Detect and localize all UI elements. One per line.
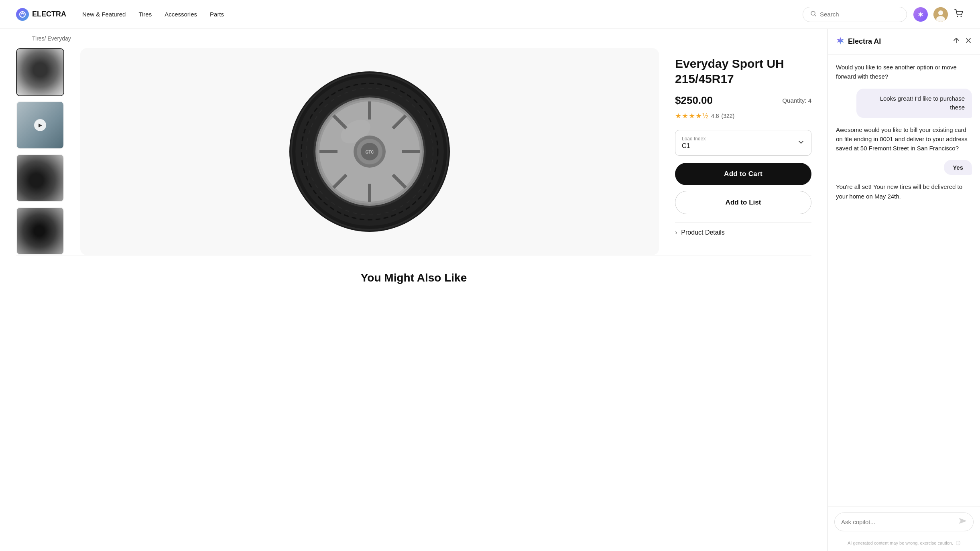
ai-header-icons <box>953 37 972 46</box>
ai-message-2: Awesome would you like to bill your exis… <box>836 125 972 153</box>
main-product-image: GTC <box>80 48 659 255</box>
rating-count: (322) <box>721 113 734 119</box>
add-to-list-button[interactable]: Add to List <box>675 191 811 214</box>
user-message-2: Yes <box>944 160 972 175</box>
user-avatar[interactable] <box>933 7 948 22</box>
svg-point-3 <box>938 10 943 15</box>
search-icon <box>810 10 817 18</box>
add-to-cart-button[interactable]: Add to Cart <box>675 163 811 185</box>
ai-close-icon[interactable] <box>965 37 972 46</box>
select-content: Load Index C1 <box>682 136 706 150</box>
thumbnail-4[interactable] <box>16 207 64 255</box>
ai-panel-header: Electra AI <box>828 29 980 55</box>
product-quantity: Quantity: 4 <box>782 97 811 104</box>
stars: ★★★★½ <box>675 111 709 120</box>
product-details-row[interactable]: › Product Details <box>675 222 811 243</box>
rating-row: ★★★★½ 4.8 (322) <box>675 111 811 120</box>
product-content: ▶ <box>16 48 811 255</box>
header: ELECTRA New & Featured Tires Accessories… <box>0 0 980 29</box>
main-nav: New & Featured Tires Accessories Parts <box>82 11 224 18</box>
ai-assistant-button[interactable] <box>913 7 928 22</box>
svg-point-5 <box>957 16 958 17</box>
thumbnail-1[interactable] <box>16 48 64 96</box>
also-like-title: You Might Also Like <box>32 271 795 284</box>
ai-panel-title-text: Electra AI <box>848 37 881 46</box>
nav-item-accessories[interactable]: Accessories <box>165 11 197 18</box>
ai-disclaimer: AI generated content may be wrong, exerc… <box>828 537 980 551</box>
send-button[interactable] <box>959 517 967 527</box>
load-index-select[interactable]: Load Index C1 <box>675 130 811 156</box>
ai-star-icon <box>836 36 845 47</box>
product-details-label: Product Details <box>681 229 725 236</box>
cart-button[interactable] <box>954 8 964 21</box>
load-index-value: C1 <box>682 142 706 150</box>
thumbnail-list: ▶ <box>16 48 64 255</box>
product-price: $250.00 <box>675 94 713 107</box>
nav-item-new-featured[interactable]: New & Featured <box>82 11 126 18</box>
ai-panel: Electra AI Would you like to see another <box>828 29 980 551</box>
product-info: Everyday Sport UH 215/45R17 $250.00 Quan… <box>675 48 811 255</box>
chat-messages: Would you like to see another option or … <box>828 55 980 506</box>
ai-message-1: Would you like to see another option or … <box>836 63 972 81</box>
svg-text:GTC: GTC <box>365 150 374 154</box>
nav-item-parts[interactable]: Parts <box>210 11 224 18</box>
thumbnail-3[interactable] <box>16 154 64 202</box>
header-right <box>803 7 964 22</box>
product-section: Tires/ Everyday ▶ <box>0 29 828 551</box>
nav-item-tires[interactable]: Tires <box>138 11 152 18</box>
rating-value: 4.8 <box>711 113 719 119</box>
breadcrumb: Tires/ Everyday <box>16 29 811 48</box>
play-button: ▶ <box>34 119 46 131</box>
chat-input[interactable] <box>841 519 956 525</box>
logo-icon <box>16 8 29 21</box>
tire-svg: GTC <box>285 67 454 236</box>
chevron-right-icon: › <box>675 229 677 236</box>
info-icon: ⓘ <box>956 541 960 545</box>
also-like-section: You Might Also Like <box>16 255 811 300</box>
logo-text: ELECTRA <box>32 10 66 18</box>
header-left: ELECTRA New & Featured Tires Accessories… <box>16 8 224 21</box>
user-message-1: Looks great! I'd like to purchase these <box>856 89 972 118</box>
header-icons <box>913 7 964 22</box>
ai-panel-title: Electra AI <box>836 36 881 47</box>
thumbnail-2[interactable]: ▶ <box>16 101 64 149</box>
price-quantity-row: $250.00 Quantity: 4 <box>675 94 811 107</box>
svg-point-6 <box>961 16 962 17</box>
chevron-down-icon <box>797 138 805 147</box>
product-title: Everyday Sport UH 215/45R17 <box>675 56 811 86</box>
search-bar[interactable] <box>803 7 907 22</box>
chat-input-row <box>834 513 974 531</box>
ai-message-3: You're all set! Your new tires will be d… <box>836 182 972 201</box>
main-layout: Tires/ Everyday ▶ <box>0 29 980 551</box>
chat-input-area <box>828 506 980 537</box>
logo[interactable]: ELECTRA <box>16 8 66 21</box>
load-index-label: Load Index <box>682 136 706 142</box>
ai-share-icon[interactable] <box>953 37 960 46</box>
search-input[interactable] <box>820 11 899 18</box>
